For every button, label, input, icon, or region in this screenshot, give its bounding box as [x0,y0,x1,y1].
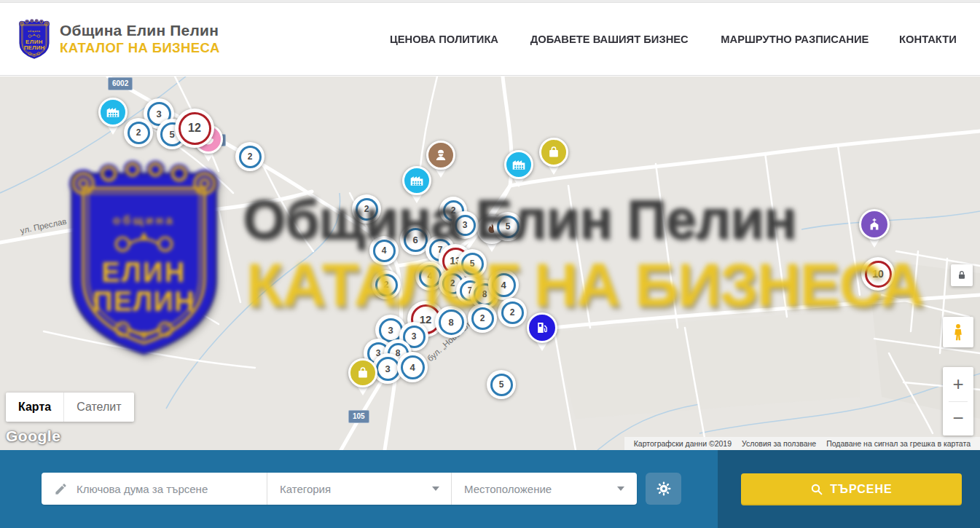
nav-item[interactable]: МАРШРУТНО РАЗПИСАНИЕ [721,33,869,46]
zoom-in-button[interactable]: + [943,368,973,401]
church-disc [859,209,890,240]
map-type-control: Карта Сателит [6,393,134,422]
search-button-label: ТЪРСЕНЕ [830,483,892,496]
church-icon [867,217,882,232]
cluster-ring: 10 [865,261,892,288]
cluster-ring: 4 [492,273,516,297]
road-label: 6002 [108,77,133,90]
attribution-link[interactable]: Подаване на сигнал за грешка в картата [821,439,976,448]
industry-marker[interactable] [402,166,431,195]
map-canvas[interactable]: 6002105ул. Преславбул. „Новоселци“ци“ 32… [0,76,980,450]
cluster-marker[interactable]: 3 [451,211,479,239]
cluster-marker[interactable]: 10 [861,257,895,291]
lock-icon [956,269,968,281]
pencil-icon [54,482,68,496]
cluster-ring: 2 [501,302,524,324]
search-button[interactable]: ТЪРСЕНЕ [741,473,962,505]
shopping-marker[interactable] [348,358,377,387]
cluster-marker[interactable]: 5 [493,212,522,241]
pegman-icon [949,323,968,342]
cluster-ring: 2 [128,122,150,144]
factory-disc [504,150,533,179]
bag-icon [546,145,561,159]
main-nav: ЦЕНОВА ПОЛИТИКАДОБАВЕТЕ ВАШИЯТ БИЗНЕСМАР… [387,33,958,46]
lock-button[interactable] [951,264,973,286]
cluster-marker[interactable]: 2 [468,304,497,333]
search-group: Категория Местоположение [42,473,637,505]
keyword-field-wrap [42,473,267,505]
cluster-ring: 3 [376,357,400,381]
cluster-ring: 8 [439,310,464,335]
cluster-ring: 4 [401,355,425,379]
fuel-icon [535,320,549,335]
cluster-ring: 5 [497,216,520,238]
cluster-marker[interactable]: 2 [498,298,527,327]
zoom-out-button[interactable]: − [943,402,973,436]
cluster-marker[interactable]: 2 [352,194,381,224]
chevron-down-icon [617,486,624,491]
attribution-link[interactable]: Условия за ползване [737,439,821,448]
cluster-ring: 2 [375,274,398,296]
cluster-ring: 4 [373,240,396,262]
map-type-satellite-button[interactable]: Сателит [63,393,133,422]
factory-icon [511,157,526,172]
nav-item[interactable]: ЦЕНОВА ПОЛИТИКА [390,33,498,46]
keyword-search-input[interactable] [42,473,267,505]
shopping-marker[interactable] [539,138,568,167]
cluster-ring: 5 [490,374,513,396]
bag-disc [539,138,568,167]
cluster-ring: 2 [356,198,378,221]
cluster-ring: 3 [455,215,476,236]
bag-icon [356,366,370,380]
industry-marker[interactable] [504,150,533,179]
cluster-ring: 5 [461,253,484,275]
cluster-marker[interactable]: 2 [372,270,401,299]
category-select[interactable]: Категория [267,473,452,505]
cluster-marker[interactable]: 8 [435,306,467,338]
nav-item[interactable]: КОНТАКТИ [899,33,957,46]
cluster-marker[interactable]: 4 [369,236,399,265]
road-label: 105 [348,410,369,423]
church-marker[interactable] [859,209,890,240]
zoom-control: + − [943,367,973,436]
gear-icon [656,481,672,497]
map-type-map-button[interactable]: Карта [6,393,63,422]
location-select-label: Местоположение [464,483,552,495]
google-logo[interactable]: Google [6,427,60,445]
cluster-marker[interactable]: 4 [397,352,428,382]
search-bar: Категория Местоположение ТЪ [0,450,980,528]
cluster-marker[interactable]: 2 [124,118,153,147]
cluster-ring: 4 [419,265,442,288]
fuel-marker[interactable] [527,312,557,343]
fuel-disc [527,312,557,343]
worker-disc [426,141,455,170]
services-marker[interactable] [426,141,455,170]
industry-marker[interactable] [98,98,128,127]
street-view-pegman-button[interactable] [943,317,973,347]
site-title: Община Елин Пелин [60,22,220,39]
factory-icon [409,173,424,188]
factory-icon [106,105,120,119]
worker-icon [434,148,448,162]
cluster-marker[interactable]: 5 [487,370,516,399]
factory-disc [402,166,431,195]
location-select[interactable]: Местоположение [452,473,636,505]
search-icon [810,483,823,496]
bag-disc [348,358,377,387]
category-select-label: Категория [280,483,331,495]
cluster-marker[interactable]: 4 [488,269,519,300]
chevron-down-icon [432,486,439,491]
cluster-marker[interactable]: 12 [175,109,214,148]
cluster-ring: 6 [404,228,428,252]
advanced-settings-button[interactable] [646,473,681,505]
site-header: Община Елин Пелин КАТАЛОГ НА БИЗНЕСА ЦЕН… [0,3,980,76]
cluster-ring: 2 [239,146,262,168]
factory-disc [98,98,128,127]
attribution-text: Картографски данни ©2019 [629,439,737,448]
nav-item[interactable]: ДОБАВЕТЕ ВАШИЯТ БИЗНЕС [530,33,689,46]
cluster-ring: 12 [179,112,211,145]
cluster-marker[interactable]: 2 [235,142,264,171]
map-attribution: Картографски данни ©2019Условия за ползв… [624,437,980,450]
site-logo[interactable]: Община Елин Пелин КАТАЛОГ НА БИЗНЕСА [17,18,220,60]
cluster-ring: 2 [471,307,494,330]
